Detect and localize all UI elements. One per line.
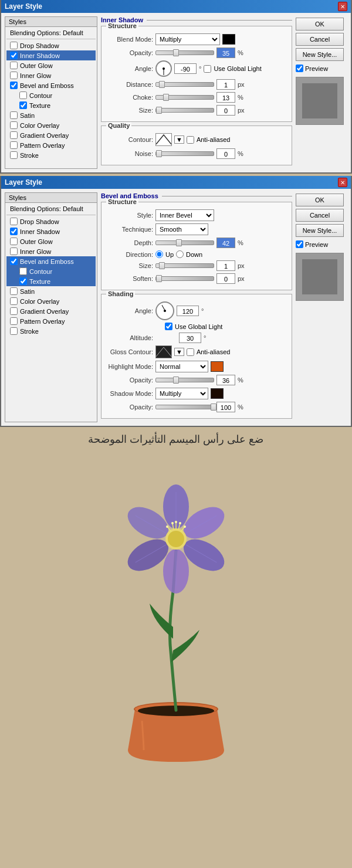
anti-aliased-check-1[interactable] <box>187 136 194 144</box>
check2-texture[interactable] <box>19 277 27 285</box>
check2-color-overlay[interactable] <box>10 297 18 305</box>
style2-contour[interactable]: Contour <box>6 266 96 276</box>
technique-select-2[interactable]: Smooth Chisel Hard Chisel Soft <box>155 223 208 235</box>
soften-value-2[interactable]: 0 <box>216 273 235 284</box>
style2-blending[interactable]: Blending Options: Default <box>6 204 96 213</box>
distance-slider-1[interactable] <box>155 82 214 87</box>
noise-value-1[interactable]: 0 <box>216 148 235 159</box>
check2-satin[interactable] <box>10 287 18 295</box>
style2-inner-shadow[interactable]: Inner Shadow <box>6 226 96 236</box>
new-style-button-1[interactable]: New Style... <box>296 48 344 61</box>
shadow-select[interactable]: Multiply Normal Screen <box>155 388 208 399</box>
style2-drop-shadow[interactable]: Drop Shadow <box>6 216 96 226</box>
shadow-color-swatch[interactable] <box>211 388 224 399</box>
style2-outer-glow[interactable]: Outer Glow <box>6 236 96 246</box>
shading-angle-dial[interactable] <box>155 301 174 320</box>
style-stroke[interactable]: Stroke <box>6 150 96 160</box>
check2-drop-shadow[interactable] <box>10 218 18 225</box>
angle-dial-1[interactable] <box>155 60 172 77</box>
preview-check-1[interactable] <box>296 65 303 72</box>
style-color-overlay[interactable]: Color Overlay <box>6 120 96 130</box>
style-drop-shadow[interactable]: Drop Shadow <box>6 40 96 50</box>
style-select-2[interactable]: Inner Bevel Outer Bevel Emboss <box>155 209 214 221</box>
style-contour[interactable]: Contour <box>6 90 96 100</box>
check-contour[interactable] <box>19 91 27 99</box>
global-light-check-2[interactable] <box>165 323 172 330</box>
check-color-overlay[interactable] <box>10 121 18 129</box>
opacity-value-1[interactable]: 35 <box>216 48 235 58</box>
global-light-check-1[interactable] <box>204 65 211 73</box>
check2-gradient-overlay[interactable] <box>10 307 18 315</box>
check2-stroke[interactable] <box>10 327 18 335</box>
style2-stroke[interactable]: Stroke <box>6 326 96 336</box>
size-slider-2[interactable] <box>155 263 214 268</box>
blend-color-swatch-1[interactable] <box>222 34 235 45</box>
style2-bevel-emboss[interactable]: Bevel and Emboss <box>6 256 96 266</box>
style-satin[interactable]: Satin <box>6 110 96 120</box>
size-value-2[interactable]: 1 <box>216 260 235 271</box>
style-bevel-emboss[interactable]: Bevel and Emboss <box>6 80 96 90</box>
style-pattern-overlay[interactable]: Pattern Overlay <box>6 140 96 150</box>
style-blending[interactable]: Blending Options: Default <box>6 28 96 38</box>
style2-inner-glow[interactable]: Inner Glow <box>6 246 96 256</box>
check-inner-shadow[interactable] <box>10 52 18 59</box>
angle-value-1[interactable]: -90 <box>174 63 197 74</box>
cancel-button-2[interactable]: Cancel <box>296 209 344 222</box>
distance-value-1[interactable]: 1 <box>216 79 235 90</box>
style-texture[interactable]: Texture <box>6 100 96 110</box>
choke-slider-1[interactable] <box>155 95 214 100</box>
style-gradient-overlay[interactable]: Gradient Overlay <box>6 130 96 140</box>
style-inner-glow[interactable]: Inner Glow <box>6 70 96 80</box>
direction-up-radio[interactable] <box>155 250 163 258</box>
blend-mode-select-1[interactable]: Multiply Normal Screen <box>155 33 220 45</box>
gloss-anti-aliased-check[interactable] <box>187 348 194 356</box>
check-stroke[interactable] <box>10 151 18 159</box>
noise-slider-1[interactable] <box>155 151 214 156</box>
close-button-2[interactable]: ✕ <box>338 178 347 187</box>
check2-inner-glow[interactable] <box>10 247 18 255</box>
style2-satin[interactable]: Satin <box>6 286 96 296</box>
opacity-slider-1[interactable] <box>155 50 214 55</box>
close-button-1[interactable]: ✕ <box>338 2 347 11</box>
highlight-select[interactable]: Normal Screen Multiply <box>155 361 208 372</box>
preview-check-2[interactable] <box>296 240 303 248</box>
check-satin[interactable] <box>10 111 18 119</box>
style2-pattern-overlay[interactable]: Pattern Overlay <box>6 316 96 326</box>
ok-button-1[interactable]: OK <box>296 18 344 30</box>
contour-thumb-1[interactable] <box>155 133 172 146</box>
check-drop-shadow[interactable] <box>10 42 18 49</box>
check2-outer-glow[interactable] <box>10 238 18 245</box>
shadow-opacity-value[interactable]: 100 <box>216 402 235 412</box>
check2-pattern-overlay[interactable] <box>10 317 18 325</box>
soften-slider-2[interactable] <box>155 276 214 281</box>
depth-value-2[interactable]: 42 <box>216 238 235 248</box>
altitude-value[interactable]: 30 <box>179 333 201 343</box>
style2-color-overlay[interactable]: Color Overlay <box>6 296 96 306</box>
gloss-contour-thumb[interactable] <box>155 345 172 358</box>
choke-value-1[interactable]: 13 <box>216 92 235 103</box>
depth-slider-2[interactable] <box>155 240 214 245</box>
check2-contour[interactable] <box>19 267 27 275</box>
size-value-1[interactable]: 0 <box>216 105 235 116</box>
check-inner-glow[interactable] <box>10 72 18 79</box>
highlight-opacity-value[interactable]: 36 <box>216 375 235 385</box>
check2-inner-shadow[interactable] <box>10 228 18 235</box>
shading-angle-value[interactable]: 120 <box>177 306 199 316</box>
check-outer-glow[interactable] <box>10 62 18 69</box>
check-bevel-emboss[interactable] <box>10 82 18 89</box>
style2-texture[interactable]: Texture <box>6 276 96 286</box>
highlight-color-swatch[interactable] <box>211 361 224 372</box>
check-pattern-overlay[interactable] <box>10 141 18 149</box>
check-texture[interactable] <box>19 101 27 109</box>
cancel-button-1[interactable]: Cancel <box>296 33 344 46</box>
shadow-opacity-slider[interactable] <box>155 405 214 409</box>
check2-bevel-emboss[interactable] <box>10 257 18 265</box>
size-slider-1[interactable] <box>155 108 214 113</box>
style-outer-glow[interactable]: Outer Glow <box>6 60 96 70</box>
new-style-button-2[interactable]: New Style... <box>296 224 344 237</box>
ok-button-2[interactable]: OK <box>296 194 344 206</box>
style2-gradient-overlay[interactable]: Gradient Overlay <box>6 306 96 316</box>
style-inner-shadow[interactable]: Inner Shadow <box>6 50 96 60</box>
highlight-opacity-slider[interactable] <box>155 378 214 382</box>
check-gradient-overlay[interactable] <box>10 131 18 139</box>
